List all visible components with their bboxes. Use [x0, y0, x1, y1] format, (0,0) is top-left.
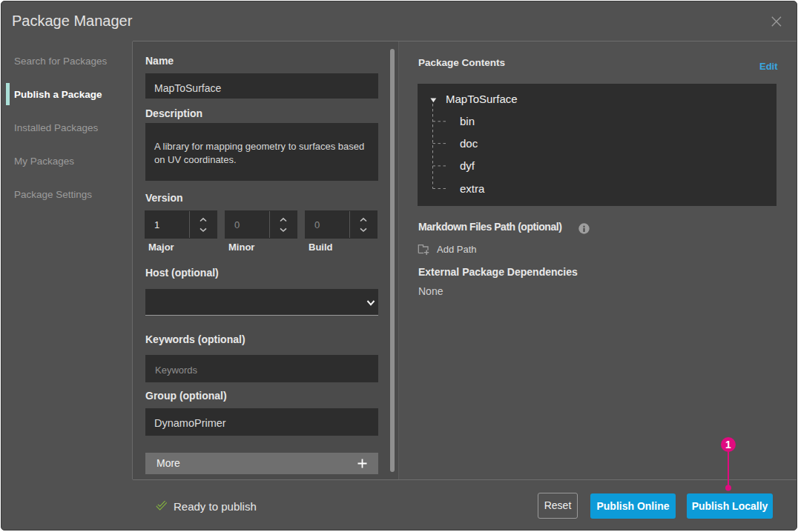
svg-text:1: 1	[725, 439, 731, 450]
